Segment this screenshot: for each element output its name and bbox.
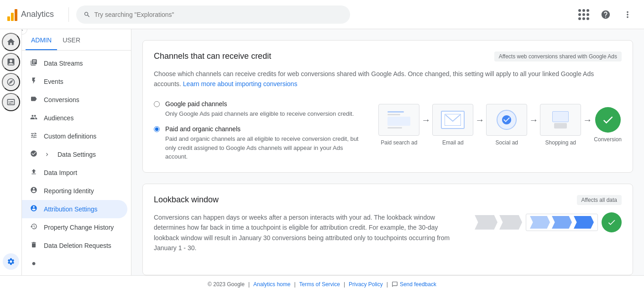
home-icon <box>6 37 16 46</box>
logo-bars-icon <box>7 8 17 21</box>
paid-organic-option-text: Paid and organic channels Paid and organ… <box>165 125 364 161</box>
help-icon <box>601 10 611 20</box>
more-icon <box>623 10 633 20</box>
privacy-link[interactable]: Privacy Policy <box>349 281 383 288</box>
sidebar-item-reporting-identity[interactable]: Reporting Identity <box>22 182 127 200</box>
sidebar-item-data-deletion-requests[interactable]: Data Deletion Requests <box>22 236 127 255</box>
lookback-content: Conversions can happen days or weeks aft… <box>154 212 622 264</box>
lookback-conversion-circle <box>602 212 622 232</box>
more-menu-button[interactable] <box>618 5 637 24</box>
channels-card-badge: Affects web conversions shared with Goog… <box>494 51 622 62</box>
sidebar-item-custom-definitions[interactable]: Custom definitions <box>22 127 127 145</box>
logo-bar-2 <box>11 13 14 21</box>
app-logo: Analytics <box>7 8 54 21</box>
chevron-left-icon <box>22 29 25 32</box>
shopping-label: Shopping ad <box>545 139 576 146</box>
paid-organic-option: Paid and organic channels Paid and organ… <box>154 125 364 161</box>
rail-advertising-button[interactable] <box>2 93 20 111</box>
google-paid-option-text: Google paid channels Only Google Ads pai… <box>165 100 354 118</box>
lookback-card: Lookback window Affects all data Convers… <box>142 184 633 275</box>
channels-card-description: Choose which channels can receive credit… <box>154 69 622 89</box>
rail-reports-button[interactable] <box>2 53 20 71</box>
paid-search-label: Paid search ad <box>381 139 417 146</box>
grey-arrow-2 <box>499 215 522 230</box>
admin-button[interactable] <box>3 253 19 270</box>
sidebar-item-attribution-settings[interactable]: Attribution Settings <box>22 200 127 218</box>
channel-item-shopping: Shopping ad <box>540 104 581 146</box>
email-box <box>432 104 473 136</box>
property-change-history-icon <box>29 223 38 232</box>
audiences-icon <box>29 113 38 123</box>
main-layout: ADMIN USER Data Streams Events Convers <box>0 29 644 275</box>
content-area: Channels that can receive credit Affects… <box>131 29 644 275</box>
sidebar-item-label-custom-definitions: Custom definitions <box>44 133 96 140</box>
grid-menu-button[interactable] <box>575 5 593 24</box>
rail-home-button[interactable] <box>2 33 20 51</box>
learn-more-link[interactable]: Learn more about importing conversions <box>183 80 298 87</box>
analytics-home-link[interactable]: Analytics home <box>253 281 290 288</box>
sidebar-item-property-change-history[interactable]: Property Change History <box>22 218 127 236</box>
search-bar[interactable] <box>76 5 350 24</box>
sidebar-item-label-data-streams: Data Streams <box>44 60 83 67</box>
data-import-icon <box>29 168 38 177</box>
channel-item-conversion: Conversion <box>594 107 622 143</box>
gear-icon <box>7 257 15 266</box>
grey-arrow-1 <box>475 215 497 230</box>
logo-bar-3 <box>15 9 17 21</box>
sidebar-item-label-conversions: Conversions <box>44 96 79 103</box>
email-label: Email ad <box>442 139 464 146</box>
sidebar-item-data-import[interactable]: Data Import <box>22 164 127 182</box>
arrow-1: → <box>419 115 432 125</box>
paid-organic-radio[interactable] <box>154 126 160 132</box>
terms-link[interactable]: Terms of Service <box>299 281 340 288</box>
send-feedback-link[interactable]: Send feedback <box>400 281 436 288</box>
footer: © 2023 Google | Analytics home | Terms o… <box>0 275 644 293</box>
conversions-icon <box>29 95 38 104</box>
lookback-card-title: Lookback window <box>154 195 219 205</box>
google-paid-desc: Only Google Ads paid channels are eligib… <box>165 109 354 118</box>
rail-explore-button[interactable] <box>2 73 20 91</box>
shopping-box <box>540 104 581 136</box>
conversion-circle <box>595 107 621 133</box>
blue-arrow-1 <box>530 216 550 229</box>
paid-organic-label[interactable]: Paid and organic channels <box>165 125 241 133</box>
blue-arrow-3 <box>574 216 594 229</box>
google-paid-radio[interactable] <box>154 101 160 107</box>
reporting-identity-icon <box>29 186 38 195</box>
sidebar-item-label-property-change-history: Property Change History <box>44 224 114 231</box>
sidebar-item-more[interactable]: ● <box>22 255 127 272</box>
sidebar-item-label-events: Events <box>44 78 63 85</box>
google-paid-label[interactable]: Google paid channels <box>165 100 227 108</box>
topbar-divider <box>68 7 69 22</box>
sidebar-item-events[interactable]: Events <box>22 72 127 91</box>
sidebar: ADMIN USER Data Streams Events Convers <box>22 29 131 275</box>
advertising-icon <box>6 98 16 107</box>
channel-item-paid-search: Paid search ad <box>378 104 419 146</box>
sidebar-item-audiences[interactable]: Audiences <box>22 109 127 127</box>
tab-admin[interactable]: ADMIN <box>26 29 57 50</box>
arrow-4: → <box>581 115 594 125</box>
grid-icon <box>578 9 589 20</box>
data-deletion-requests-icon <box>29 241 38 250</box>
blue-arrow-2 <box>552 216 572 229</box>
rail-bottom <box>3 253 19 275</box>
sidebar-item-label-reporting-identity: Reporting Identity <box>44 187 94 195</box>
channel-item-social: Social ad <box>486 104 527 146</box>
search-icon <box>84 11 90 18</box>
attribution-settings-icon <box>29 205 38 214</box>
paid-organic-desc: Paid and organic channels are all eligib… <box>165 134 364 161</box>
topbar-actions <box>575 5 637 24</box>
help-button[interactable] <box>597 5 615 24</box>
logo-bar-1 <box>7 16 10 21</box>
data-settings-icon <box>29 150 38 159</box>
app-title: Analytics <box>21 10 54 19</box>
sidebar-nav: Data Streams Events Conversions Audience… <box>22 51 131 275</box>
sidebar-tabs: ADMIN USER <box>22 29 131 51</box>
sidebar-item-data-streams[interactable]: Data Streams <box>22 54 127 72</box>
tab-user[interactable]: USER <box>57 29 86 50</box>
sidebar-item-conversions[interactable]: Conversions <box>22 91 127 109</box>
sidebar-item-data-settings[interactable]: Data Settings <box>22 145 127 164</box>
sidebar-item-label-audiences: Audiences <box>44 114 73 122</box>
topbar: Analytics <box>0 0 644 29</box>
search-input[interactable] <box>94 11 343 18</box>
